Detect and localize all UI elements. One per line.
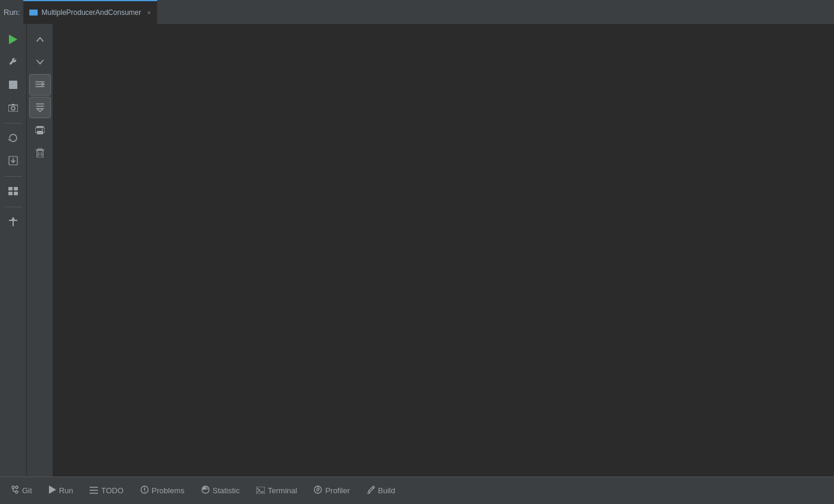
grid-icon[interactable] <box>2 180 24 202</box>
build-tab[interactable]: Build <box>358 477 404 504</box>
svg-rect-34 <box>256 487 265 494</box>
terminal-tab-label: Terminal <box>268 486 297 495</box>
statistic-tab[interactable]: Statistic <box>193 477 249 504</box>
problems-tab[interactable]: Problems <box>132 477 193 504</box>
svg-rect-20 <box>37 150 43 158</box>
git-icon <box>11 485 19 496</box>
svg-rect-1 <box>9 81 17 89</box>
svg-rect-19 <box>42 129 43 130</box>
svg-rect-6 <box>8 187 13 190</box>
play-icon[interactable] <box>2 29 24 50</box>
active-tab[interactable]: MultipleProducerAndConsumer × <box>23 0 157 24</box>
svg-rect-9 <box>14 192 18 195</box>
svg-rect-7 <box>14 187 18 190</box>
run-icon <box>49 485 56 496</box>
tab-close-button[interactable]: × <box>147 9 151 16</box>
stop-icon[interactable] <box>2 74 24 96</box>
scroll-bottom-icon[interactable] <box>29 97 51 118</box>
svg-point-3 <box>11 107 15 110</box>
build-icon <box>367 485 375 496</box>
svg-line-40 <box>372 487 373 488</box>
svg-line-39 <box>319 488 320 489</box>
camera-icon[interactable] <box>2 97 24 118</box>
divider-2 <box>5 176 22 177</box>
print-icon[interactable] <box>29 119 51 141</box>
todo-tab-label: TODO <box>101 486 123 495</box>
up-arrow-icon[interactable] <box>29 29 51 50</box>
profiler-tab[interactable]: Profiler <box>305 477 358 504</box>
import-icon[interactable] <box>2 150 24 171</box>
git-tab[interactable]: Git <box>2 477 41 504</box>
pin-icon[interactable] <box>2 211 24 232</box>
run-tab-label: Run <box>59 486 73 495</box>
git-tab-label: Git <box>22 486 32 495</box>
profiler-tab-label: Profiler <box>325 486 349 495</box>
svg-rect-2 <box>8 105 18 112</box>
trash-icon[interactable] <box>29 142 51 164</box>
tab-file-icon <box>29 10 38 16</box>
terminal-tab[interactable]: Terminal <box>248 477 305 504</box>
svg-point-25 <box>16 486 18 488</box>
down-arrow-icon[interactable] <box>29 51 51 73</box>
build-tab-label: Build <box>378 486 395 495</box>
problems-icon <box>140 485 149 496</box>
inner-toolbar <box>26 24 53 477</box>
wrench-icon[interactable] <box>2 51 24 73</box>
wrap-text-icon[interactable] <box>29 74 51 96</box>
refresh-icon[interactable] <box>2 127 24 149</box>
sidebar <box>0 24 26 477</box>
svg-marker-0 <box>9 35 17 44</box>
main-area <box>0 24 834 477</box>
terminal-icon <box>256 486 265 496</box>
problems-tab-label: Problems <box>152 486 185 495</box>
tab-title: MultipleProducerAndConsumer <box>41 8 141 17</box>
todo-tab[interactable]: TODO <box>81 477 131 504</box>
svg-marker-26 <box>49 485 56 494</box>
divider-3 <box>5 207 22 207</box>
svg-point-23 <box>12 486 14 488</box>
list-icon <box>90 486 98 496</box>
content-area <box>53 24 834 477</box>
run-label: Run: <box>4 8 20 17</box>
statistic-tab-label: Statistic <box>213 486 240 495</box>
svg-rect-18 <box>37 131 43 134</box>
profiler-icon <box>314 485 322 496</box>
tab-bar: Run: MultipleProducerAndConsumer × <box>0 0 834 24</box>
divider-1 <box>5 123 22 124</box>
run-tab[interactable]: Run <box>41 477 82 504</box>
bottom-bar: Git Run TODO Problems <box>0 477 834 504</box>
statistic-icon <box>201 485 210 496</box>
svg-point-32 <box>144 491 145 491</box>
svg-rect-8 <box>8 192 13 195</box>
